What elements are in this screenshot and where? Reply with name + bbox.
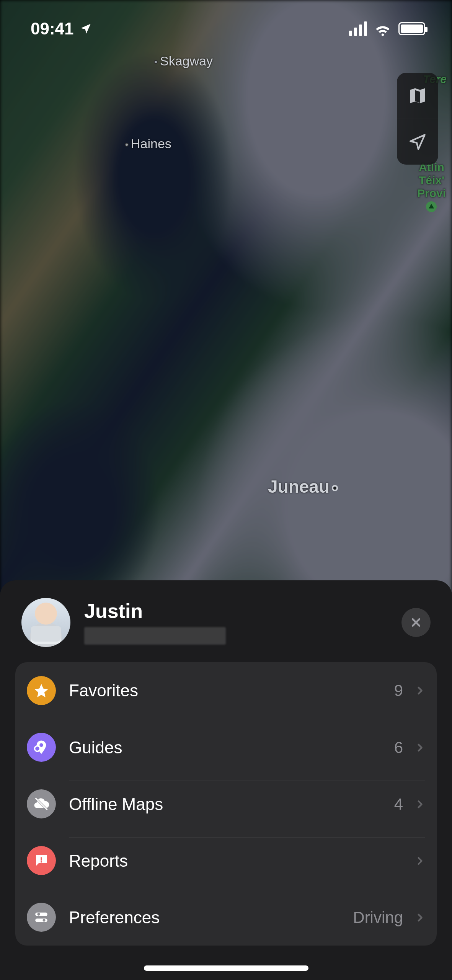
map-icon (408, 86, 428, 106)
menu-item-preferences[interactable]: Preferences Driving (15, 889, 437, 946)
menu-item-label: Guides (69, 738, 385, 757)
svg-rect-4 (41, 861, 42, 863)
close-icon (410, 616, 423, 629)
svg-rect-5 (35, 913, 47, 916)
svg-point-0 (35, 746, 40, 751)
close-button[interactable] (401, 608, 431, 637)
menu-item-label: Preferences (69, 908, 344, 927)
tree-icon (426, 201, 437, 212)
status-time: 09:41 (31, 19, 74, 38)
profile-menu: Favorites 9 Guides 6 Offline Maps 4 (15, 662, 437, 946)
preferences-icon (27, 903, 56, 932)
menu-item-value: 4 (394, 795, 403, 813)
menu-item-reports[interactable]: Reports (15, 832, 437, 889)
home-indicator (144, 965, 308, 971)
locate-me-button[interactable] (397, 119, 438, 165)
profile-sheet: Justin Favorites 9 Guides 6 (0, 580, 452, 980)
map-controls (397, 73, 438, 165)
cloud-off-icon (27, 789, 56, 818)
star-icon (27, 676, 56, 705)
profile-email-redacted (84, 627, 226, 645)
map-label-haines: Haines (122, 136, 171, 151)
location-arrow-icon (408, 132, 427, 152)
chevron-right-icon (414, 909, 425, 926)
svg-rect-3 (41, 857, 42, 861)
chevron-right-icon (414, 796, 425, 813)
menu-item-offline-maps[interactable]: Offline Maps 4 (15, 776, 437, 832)
cellular-signal-icon (349, 21, 367, 36)
menu-item-guides[interactable]: Guides 6 (15, 719, 437, 776)
menu-item-value: 6 (394, 738, 403, 757)
svg-point-7 (38, 913, 40, 916)
chevron-right-icon (414, 853, 425, 869)
menu-item-value: 9 (394, 681, 403, 700)
profile-name: Justin (84, 600, 388, 622)
menu-item-favorites[interactable]: Favorites 9 (15, 662, 437, 719)
chevron-right-icon (414, 682, 425, 699)
svg-point-8 (43, 919, 46, 921)
svg-rect-6 (35, 919, 47, 922)
menu-item-label: Offline Maps (69, 795, 385, 814)
map-label-atlin-park: Atlin Téix' Provi (417, 161, 446, 212)
status-bar: 09:41 (0, 0, 452, 57)
battery-icon (398, 22, 425, 35)
menu-item-label: Favorites (69, 681, 385, 700)
guides-icon (27, 733, 56, 762)
menu-item-label: Reports (69, 851, 394, 871)
avatar[interactable] (21, 598, 70, 647)
location-arrow-icon (79, 22, 92, 35)
wifi-icon (374, 20, 392, 38)
map-mode-button[interactable] (397, 73, 438, 119)
menu-item-value: Driving (353, 908, 403, 927)
chevron-right-icon (414, 739, 425, 756)
profile-header: Justin (15, 598, 437, 662)
map-label-juneau: Juneau (268, 476, 340, 497)
report-icon (27, 846, 56, 875)
